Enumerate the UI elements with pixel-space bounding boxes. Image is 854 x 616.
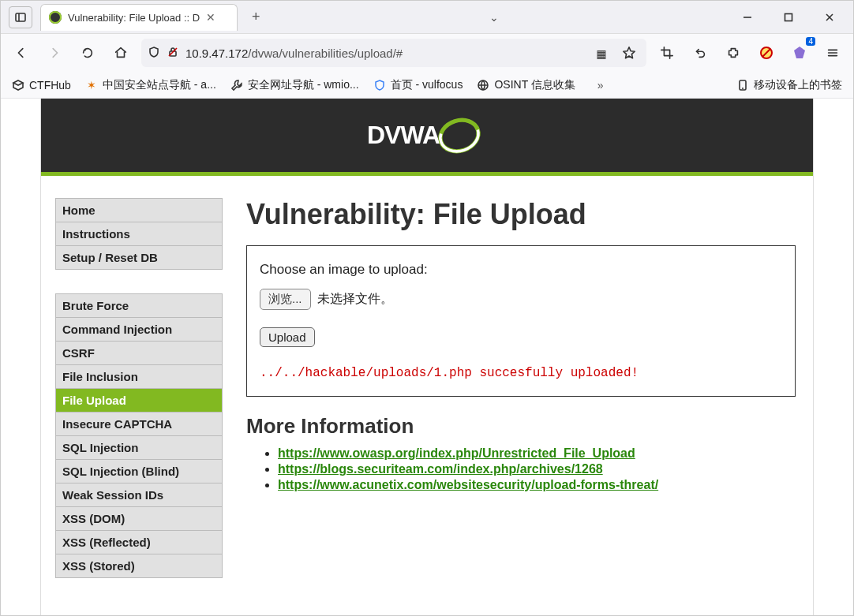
shield-icon [373,79,386,91]
sidebar-item[interactable]: SQL Injection (Blind) [55,460,223,483]
info-links-list: https://www.owasp.org/index.php/Unrestri… [246,446,796,492]
sidebar-item[interactable]: Setup / Reset DB [55,246,223,270]
upload-form: Choose an image to upload: 浏览... 未选择文件。 … [246,245,796,397]
sidebar-item[interactable]: XSS (Stored) [55,554,223,578]
bookmark-item[interactable]: ✶ 中国安全站点导航 - a... [85,78,216,92]
bookmark-item[interactable]: 首页 - vulfocus [373,78,463,92]
info-link[interactable]: https://www.owasp.org/index.php/Unrestri… [278,446,635,460]
minimize-button[interactable] [730,3,765,32]
choose-label: Choose an image to upload: [260,262,782,278]
undo-icon[interactable] [687,40,713,65]
tab-title: Vulnerability: File Upload :: D [68,12,200,24]
bookmark-item[interactable]: CTFHub [12,79,71,91]
window-controls [730,3,853,32]
shield-icon[interactable] [148,46,160,61]
back-button[interactable] [9,40,34,65]
forward-button[interactable] [42,40,67,65]
svg-rect-0 [16,13,25,21]
url-bar[interactable]: 10.9.47.172/dvwa/vulnerabilities/upload/… [141,39,646,67]
reload-button[interactable] [75,40,100,65]
more-info-heading: More Information [246,414,796,439]
sidebar-item[interactable]: CSRF [55,342,223,365]
bookmarks-bar: CTFHub ✶ 中国安全站点导航 - a... 安全网址导航 - wmio..… [1,72,853,99]
nav-toolbar: 10.9.47.172/dvwa/vulnerabilities/upload/… [1,34,853,72]
wrench-icon [230,79,243,91]
crop-icon[interactable] [654,40,680,65]
bookmarks-overflow-icon[interactable]: » [597,79,604,91]
bookmark-item[interactable]: 安全网址导航 - wmio... [230,78,359,92]
svg-marker-11 [794,47,805,58]
titlebar: Vulnerability: File Upload :: D ✕ + ⌄ [1,1,853,34]
mobile-icon [736,79,749,91]
sidebar-item[interactable]: Command Injection [55,318,223,342]
browser-tab[interactable]: Vulnerability: File Upload :: D ✕ [40,4,238,31]
star-icon: ✶ [85,79,98,91]
info-link[interactable]: https://www.acunetix.com/websitesecurity… [278,478,658,491]
bookmark-item[interactable]: OSINT 信息收集 [477,78,575,92]
sidebar-item[interactable]: SQL Injection [55,436,223,460]
sidebar-item[interactable]: XSS (Reflected) [55,531,223,554]
sidebar-item[interactable]: Home [55,198,223,222]
upload-result: ../../hackable/uploads/1.php succesfully… [260,366,782,380]
content-viewport[interactable]: DVWA HomeInstructionsSetup / Reset DB Br… [1,99,853,615]
extension-badge-icon[interactable] [787,40,812,65]
tab-favicon-icon [49,11,62,24]
extensions-icon[interactable] [721,40,746,65]
sidebar-item[interactable]: XSS (DOM) [55,507,223,531]
page-title: Vulnerability: File Upload [246,198,796,231]
sidebar-item[interactable]: Insecure CAPTCHA [55,413,223,436]
info-link[interactable]: https://blogs.securiteam.com/index.php/a… [278,462,603,476]
mobile-bookmarks[interactable]: 移动设备上的书签 [736,78,842,92]
sidebar-item[interactable]: Brute Force [55,293,223,318]
tabs-dropdown-icon[interactable]: ⌄ [486,8,502,27]
cube-icon [12,79,24,91]
page-header: DVWA [41,99,813,176]
bookmark-star-icon[interactable] [618,46,640,60]
upload-button[interactable]: Upload [260,327,315,347]
dvwa-page: DVWA HomeInstructionsSetup / Reset DB Br… [40,99,814,615]
globe-icon [477,79,489,91]
sidebar-menu: HomeInstructionsSetup / Reset DB Brute F… [55,198,223,602]
new-tab-button[interactable]: + [245,9,267,25]
dvwa-logo: DVWA [367,108,487,163]
sidebar-item[interactable]: File Upload [55,389,223,413]
no-file-text: 未选择文件。 [317,291,393,308]
url-text: 10.9.47.172/dvwa/vulnerabilities/upload/… [185,47,583,60]
close-window-button[interactable] [812,3,847,32]
svg-marker-8 [624,47,635,58]
sidebar-item[interactable]: Instructions [55,222,223,246]
app-menu-icon[interactable] [820,40,845,65]
maximize-button[interactable] [771,3,806,32]
svg-rect-3 [785,13,792,21]
panel-toggle-icon[interactable] [9,6,32,28]
sidebar-item[interactable]: File Inclusion [55,365,223,389]
qr-icon[interactable]: ▦ [590,45,612,62]
browse-button[interactable]: 浏览... [260,289,311,310]
home-button[interactable] [108,40,133,65]
sidebar-item[interactable]: Weak Session IDs [55,483,223,507]
tab-close-icon[interactable]: ✕ [206,11,215,24]
noscript-icon[interactable] [754,40,779,65]
insecure-lock-icon[interactable] [167,46,179,61]
